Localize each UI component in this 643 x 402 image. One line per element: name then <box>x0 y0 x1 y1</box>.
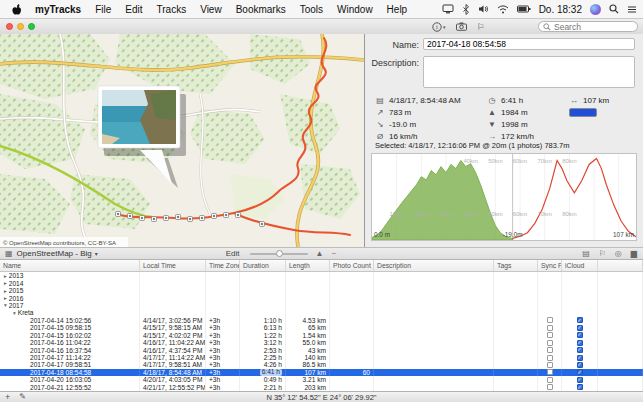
sync-checkbox[interactable] <box>547 377 553 383</box>
group-row-2016[interactable]: ▸2016 <box>0 294 643 301</box>
column-header-description[interactable]: Description <box>374 260 494 271</box>
map-opacity-slider[interactable] <box>250 249 308 258</box>
track-row-2017-04-17-09:58:51[interactable]: 2017-04-17 09:58:514/17/17, 9:58:51 AM+3… <box>0 361 643 368</box>
disclosure-triangle[interactable]: ▾ <box>4 302 7 308</box>
column-header-sync-p-[interactable]: Sync P... <box>538 260 562 271</box>
speed-profile-toggle[interactable]: ~ <box>331 249 336 258</box>
zoom-button[interactable] <box>28 23 35 30</box>
close-button[interactable] <box>6 23 13 30</box>
column-header-time-zone[interactable]: Time Zone <box>206 260 240 271</box>
openstreetmap-canvas[interactable]: © OpenStreetMap contributors, CC-BY-SA <box>0 34 364 247</box>
apple-menu-icon[interactable] <box>6 3 28 15</box>
volume-menu-icon[interactable] <box>478 4 489 14</box>
sync-checkbox[interactable] <box>547 332 553 338</box>
icloud-checkbox[interactable]: ✓ <box>577 317 583 323</box>
track-row-2017-04-17-11:14:22[interactable]: 2017-04-17 11:14:224/17/17, 11:14:22 AM+… <box>0 354 643 361</box>
menu-item-tools[interactable]: Tools <box>293 4 330 15</box>
menu-item-bookmarks[interactable]: Bookmarks <box>229 4 293 15</box>
menu-item-edit[interactable]: Edit <box>118 4 149 15</box>
track-row-2017-04-16-16:37:54[interactable]: 2017-04-16 16:37:544/16/17, 4:37:54 PM+3… <box>0 346 643 353</box>
waypoints-toggle[interactable]: ⚐ <box>599 249 606 258</box>
menu-item-mytracks[interactable]: myTracks <box>28 4 88 15</box>
column-header-icloud[interactable]: iCloud <box>562 260 598 271</box>
group-row-2014[interactable]: ▸2014 <box>0 279 643 286</box>
add-track-button[interactable]: + <box>5 393 10 402</box>
disclosure-triangle[interactable]: ▸ <box>4 280 7 286</box>
sync-checkbox[interactable] <box>547 355 553 361</box>
icloud-checkbox[interactable]: ✓ <box>577 384 583 390</box>
map-view[interactable]: © OpenStreetMap contributors, CC-BY-SA <box>0 34 365 247</box>
track-name-input[interactable] <box>423 38 635 50</box>
column-header-tags[interactable]: Tags <box>494 260 538 271</box>
waypoint-flag-button[interactable]: ⚐ <box>477 22 485 32</box>
menu-item-window[interactable]: Window <box>330 4 380 15</box>
group-row-2015[interactable]: ▸2015 <box>0 287 643 294</box>
edit-label[interactable]: Edit <box>226 249 240 258</box>
photos-toggle[interactable]: ▤ <box>582 249 590 258</box>
crosshair-button[interactable]: ◎ <box>615 249 622 258</box>
elevation-profile-toggle[interactable]: ▲ <box>316 249 324 258</box>
sync-checkbox[interactable] <box>547 317 553 323</box>
siri-icon[interactable] <box>590 4 601 15</box>
icloud-checkbox[interactable]: ✓ <box>577 325 583 331</box>
camera-button[interactable] <box>456 22 467 31</box>
description-textarea[interactable] <box>423 56 635 88</box>
menu-item-tracks[interactable]: Tracks <box>150 4 194 15</box>
slider-thumb[interactable] <box>276 250 283 257</box>
elevation-profile-chart[interactable]: 40km50km60km70km80km10km20km30km40km50km… <box>371 153 637 241</box>
menu-bar-clock[interactable]: Do. 18:32 <box>539 4 582 15</box>
sync-checkbox[interactable] <box>547 325 553 331</box>
display-menu-icon[interactable] <box>442 4 454 14</box>
svg-text:107 km: 107 km <box>613 231 634 238</box>
icloud-checkbox[interactable]: ✓ <box>577 340 583 346</box>
search-input[interactable] <box>554 22 633 32</box>
disclosure-triangle[interactable]: ▸ <box>4 273 7 279</box>
disclosure-triangle[interactable]: ▾ <box>13 310 16 316</box>
menu-item-view[interactable]: View <box>193 4 229 15</box>
sync-checkbox[interactable] <box>547 340 553 346</box>
minimize-button[interactable] <box>17 23 24 30</box>
menu-item-file[interactable]: File <box>88 4 118 15</box>
info-button[interactable]: i ▾ <box>432 22 446 32</box>
icloud-checkbox[interactable]: ✓ <box>577 362 583 368</box>
column-header-length[interactable]: Length <box>286 260 330 271</box>
search-field[interactable] <box>538 21 638 32</box>
map-style-selector[interactable]: OpenStreetMap - Big ▾ <box>17 249 98 258</box>
menu-item-help[interactable]: Help <box>380 4 415 15</box>
track-row-2017-04-18-08:54:58[interactable]: 2017-04-18 08:54:584/18/17, 8:54:48 AM+3… <box>0 369 643 376</box>
group-row-Kreta[interactable]: ▾Kreta <box>0 309 643 316</box>
column-header-duration[interactable]: Duration <box>240 260 286 271</box>
track-color-swatch[interactable] <box>569 108 597 117</box>
track-row-2017-04-21-12:55:52[interactable]: 2017-04-21 12:55:524/21/17, 12:55:52 PM+… <box>0 384 643 391</box>
track-row-2017-04-15-09:58:15[interactable]: 2017-04-15 09:58:154/15/17, 9:58:15 AM+3… <box>0 324 643 331</box>
icloud-checkbox[interactable]: ✓ <box>577 347 583 353</box>
disclosure-triangle[interactable]: ▸ <box>4 288 7 294</box>
spotlight-icon[interactable] <box>609 4 619 14</box>
sync-checkbox[interactable] <box>547 369 553 375</box>
icloud-checkbox[interactable]: ✓ <box>577 332 583 338</box>
duration-edit-field[interactable]: 6:41 h <box>260 369 282 376</box>
column-header-name[interactable]: Name <box>0 260 140 271</box>
battery-menu-icon[interactable] <box>517 5 531 13</box>
track-row-2017-04-14-15:02:56[interactable]: 2017-04-14 15:02:564/14/17, 3:02:56 PM+3… <box>0 317 643 324</box>
group-row-2013[interactable]: ▸2013 <box>0 272 643 279</box>
column-header-local-time[interactable]: Local Time <box>140 260 206 271</box>
icloud-checkbox[interactable]: ✓ <box>577 377 583 383</box>
icloud-checkbox[interactable]: ✓ <box>577 355 583 361</box>
column-header-photo-count[interactable]: Photo Count <box>330 260 374 271</box>
chart-options-button[interactable]: ▆ <box>631 249 637 258</box>
sync-checkbox[interactable] <box>547 384 553 390</box>
wifi-menu-icon[interactable] <box>497 5 509 14</box>
disclosure-triangle[interactable]: ▸ <box>4 295 7 301</box>
track-row-2017-04-15-16:02:02[interactable]: 2017-04-15 16:02:024/15/17, 4:02:02 PM+3… <box>0 332 643 339</box>
group-row-2017[interactable]: ▾2017 <box>0 302 643 309</box>
bluetooth-menu-icon[interactable] <box>462 4 470 15</box>
sync-checkbox[interactable] <box>547 362 553 368</box>
cell-tags <box>494 346 538 353</box>
notification-center-icon[interactable] <box>627 5 637 14</box>
edit-track-button[interactable]: ✎ <box>19 393 26 401</box>
sync-checkbox[interactable] <box>547 347 553 353</box>
icloud-checkbox[interactable]: ✓ <box>577 369 583 375</box>
track-row-2017-04-16-11:04:22[interactable]: 2017-04-16 11:04:224/16/17, 11:04:22 AM+… <box>0 339 643 346</box>
track-row-2017-04-20-16:03:05[interactable]: 2017-04-20 16:03:054/20/17, 4:03:05 PM+3… <box>0 376 643 383</box>
